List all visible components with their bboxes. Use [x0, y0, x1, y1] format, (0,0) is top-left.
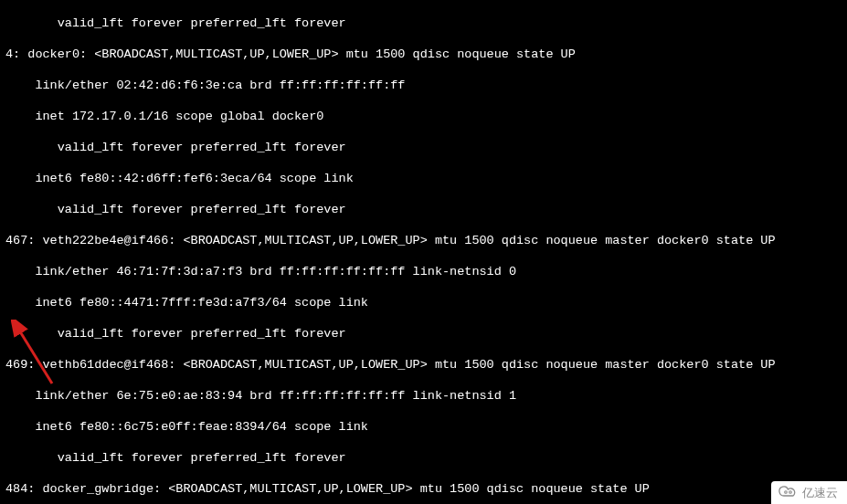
- output-line: inet6 fe80::6c75:e0ff:feae:8394/64 scope…: [5, 419, 842, 435]
- output-line: valid_lft forever preferred_lft forever: [5, 450, 842, 466]
- output-line: 484: docker_gwbridge: <BROADCAST,MULTICA…: [5, 481, 842, 497]
- watermark-badge: 亿速云: [771, 481, 847, 504]
- cloud-icon: [778, 485, 799, 500]
- output-line: valid_lft forever preferred_lft forever: [5, 16, 842, 31]
- terminal-output[interactable]: valid_lft forever preferred_lft forever …: [0, 0, 847, 504]
- watermark-text: 亿速云: [802, 485, 838, 500]
- output-line: inet 172.17.0.1/16 scope global docker0: [5, 109, 842, 124]
- output-line: valid_lft forever preferred_lft forever: [5, 202, 842, 217]
- output-line: inet6 fe80::4471:7fff:fe3d:a7f3/64 scope…: [5, 295, 842, 310]
- output-line: valid_lft forever preferred_lft forever: [5, 140, 842, 155]
- svg-point-1: [785, 491, 788, 494]
- output-line: link/ether 46:71:7f:3d:a7:f3 brd ff:ff:f…: [5, 264, 842, 279]
- output-line: link/ether 02:42:d6:f6:3e:ca brd ff:ff:f…: [5, 78, 842, 93]
- svg-point-2: [789, 491, 792, 494]
- output-line: valid_lft forever preferred_lft forever: [5, 326, 842, 341]
- output-line: 467: veth222be4e@if466: <BROADCAST,MULTI…: [5, 233, 842, 248]
- output-line: 4: docker0: <BROADCAST,MULTICAST,UP,LOWE…: [5, 47, 842, 62]
- output-line: link/ether 6e:75:e0:ae:83:94 brd ff:ff:f…: [5, 388, 842, 404]
- output-line: inet6 fe80::42:d6ff:fef6:3eca/64 scope l…: [5, 171, 842, 186]
- output-line: 469: vethb61ddec@if468: <BROADCAST,MULTI…: [5, 357, 842, 373]
